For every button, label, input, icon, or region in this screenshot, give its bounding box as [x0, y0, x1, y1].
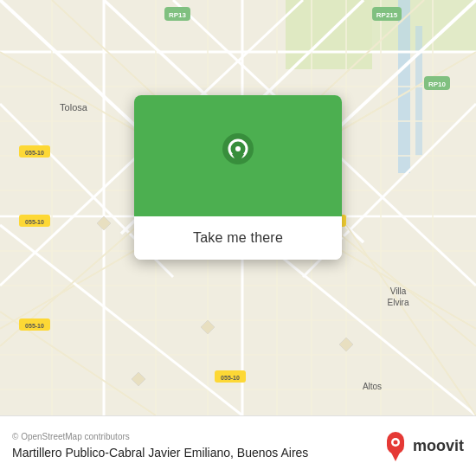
- svg-point-75: [235, 146, 241, 151]
- location-pin-icon: [216, 130, 260, 182]
- bottom-bar: © OpenStreetMap contributors Martillero …: [0, 415, 476, 476]
- popup-green-background: [134, 95, 342, 216]
- svg-text:Elvira: Elvira: [387, 298, 408, 307]
- svg-marker-78: [391, 453, 400, 461]
- svg-text:RP10: RP10: [428, 80, 447, 88]
- svg-text:RP215: RP215: [376, 11, 398, 19]
- moovit-pin-icon: [383, 432, 408, 461]
- moovit-logo: moovit: [383, 432, 464, 461]
- svg-text:055-10: 055-10: [221, 375, 240, 381]
- copyright-text: © OpenStreetMap contributors: [12, 432, 383, 441]
- moovit-label: moovit: [413, 437, 464, 455]
- popup-card: Take me there: [134, 95, 342, 260]
- svg-text:Tolosa: Tolosa: [60, 102, 88, 113]
- svg-rect-4: [415, 26, 422, 156]
- popup-map-area: [134, 95, 342, 216]
- svg-text:055-10: 055-10: [25, 323, 44, 329]
- svg-text:Villa: Villa: [390, 286, 407, 296]
- svg-text:RP13: RP13: [169, 11, 187, 19]
- svg-text:Altos: Altos: [363, 382, 382, 391]
- take-me-there-button[interactable]: Take me there: [134, 216, 342, 260]
- bottom-info: © OpenStreetMap contributors Martillero …: [12, 432, 383, 460]
- svg-text:055-10: 055-10: [25, 219, 44, 225]
- svg-point-80: [393, 440, 397, 444]
- map-container: 055-10 055-10 055-10 055-10 055-10 RP13 …: [0, 0, 476, 415]
- place-name: Martillero Publico-Cabral Javier Emilian…: [12, 445, 383, 460]
- svg-text:055-10: 055-10: [25, 150, 44, 156]
